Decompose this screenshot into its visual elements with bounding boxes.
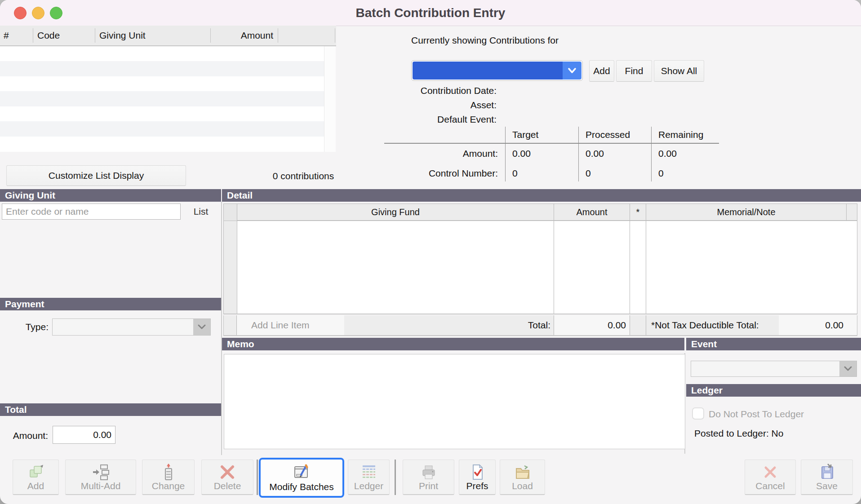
column-header-star[interactable]: * — [630, 204, 646, 221]
add-icon — [27, 463, 45, 483]
chevron-down-icon[interactable] — [839, 361, 857, 376]
ntd-total-label: *Not Tax Deductible Total: — [651, 320, 759, 331]
column-divider[interactable] — [210, 28, 211, 43]
summary-divider — [505, 127, 506, 181]
detail-column-divider — [236, 315, 237, 335]
prefs-button[interactable]: Prefs — [459, 460, 496, 495]
detail-table-body[interactable] — [223, 221, 857, 314]
title-bar: Batch Contribution Entry — [0, 0, 861, 26]
minimize-window-icon[interactable] — [32, 7, 44, 19]
modify-batches-button[interactable]: Modify Batches — [259, 458, 344, 498]
detail-gutter-header — [224, 204, 237, 221]
giving-unit-search-input[interactable] — [2, 203, 181, 220]
memo-textarea[interactable] — [224, 354, 685, 449]
detail-total-label: Total: — [461, 320, 550, 331]
chevron-down-icon[interactable] — [193, 319, 210, 335]
detail-gutter — [224, 221, 237, 314]
multi-add-icon — [92, 463, 110, 483]
detail-column-divider — [646, 315, 646, 335]
change-icon — [160, 463, 178, 483]
payment-type-select[interactable] — [52, 318, 211, 336]
cancel-button[interactable]: Cancel — [745, 460, 796, 495]
show-all-button[interactable]: Show All — [654, 60, 704, 82]
prefs-document-icon — [468, 463, 486, 483]
ledger-icon — [360, 463, 378, 483]
delete-x-icon — [218, 463, 236, 483]
detail-column-divider — [646, 221, 646, 314]
detail-total-row: Add Line Item Total: 0.00 *Not Tax Deduc… — [223, 315, 857, 336]
detail-section-header: Detail — [222, 189, 861, 202]
event-select[interactable] — [691, 361, 857, 377]
find-batch-button[interactable]: Find — [616, 60, 652, 82]
column-header-giving-unit[interactable]: Giving Unit — [99, 26, 146, 45]
column-divider[interactable] — [278, 28, 278, 43]
delete-button[interactable]: Delete — [201, 460, 253, 495]
list-button[interactable]: List — [181, 203, 221, 220]
summary-divider — [578, 127, 579, 181]
event-section-header: Event — [686, 338, 861, 350]
chevron-down-icon[interactable] — [563, 62, 581, 80]
batch-contribution-entry-window: Batch Contribution Entry # Code Giving U… — [0, 0, 861, 504]
save-floppy-icon — [818, 463, 836, 483]
print-button[interactable]: Print — [403, 460, 454, 495]
total-amount-input[interactable] — [53, 426, 115, 444]
memo-section-header: Memo — [222, 338, 684, 350]
multi-add-button[interactable]: Multi-Add — [65, 460, 136, 495]
contribution-date-label: Contribution Date: — [384, 85, 497, 96]
summary-col-processed: Processed — [586, 129, 630, 140]
total-amount-label: Amount: — [3, 430, 48, 441]
column-divider[interactable] — [95, 28, 95, 43]
payment-type-label: Type: — [4, 322, 49, 332]
ntd-total-value: 0.00 — [776, 320, 843, 331]
zoom-window-icon[interactable] — [50, 7, 62, 19]
detail-column-divider — [630, 221, 630, 314]
add-batch-button[interactable]: Add — [589, 60, 614, 82]
save-button[interactable]: Save — [801, 460, 853, 495]
do-not-post-checkbox[interactable] — [692, 407, 704, 420]
change-button[interactable]: Change — [142, 460, 195, 495]
contribution-list-body[interactable] — [0, 46, 324, 152]
detail-table-header: Giving Fund Amount * Memorial/Note — [223, 203, 857, 221]
summary-control-remaining: 0 — [658, 168, 664, 179]
column-divider[interactable] — [33, 28, 33, 43]
column-header-memorial-note[interactable]: Memorial/Note — [646, 204, 846, 221]
summary-divider — [651, 127, 652, 181]
summary-amount-label: Amount: — [386, 148, 498, 159]
contribution-count: 0 contributions — [245, 171, 362, 181]
column-header-amount[interactable]: Amount — [210, 26, 273, 45]
payment-section-header: Payment — [0, 298, 221, 310]
add-button[interactable]: Add — [13, 460, 59, 495]
column-divider — [335, 28, 335, 43]
contribution-list-header: # Code Giving Unit Amount — [0, 26, 336, 46]
add-line-item-button[interactable]: Add Line Item — [251, 320, 310, 331]
asset-label: Asset: — [384, 100, 497, 111]
summary-col-remaining: Remaining — [658, 129, 703, 140]
ledger-button[interactable]: Ledger — [348, 460, 390, 495]
folder-icon — [514, 463, 532, 483]
column-header-number[interactable]: # — [4, 26, 9, 45]
close-window-icon[interactable] — [14, 7, 27, 19]
load-button[interactable]: Load — [500, 460, 545, 495]
window-title: Batch Contribution Entry — [356, 6, 506, 20]
modify-batches-icon — [292, 463, 311, 483]
summary-col-target: Target — [512, 129, 538, 140]
summary-control-label: Control Number: — [386, 168, 498, 179]
ledger-section-header: Ledger — [686, 384, 861, 397]
column-header-code[interactable]: Code — [37, 26, 60, 45]
summary-control-processed: 0 — [586, 168, 591, 179]
printer-icon — [420, 463, 438, 483]
posted-to-ledger-status: Posted to Ledger: No — [694, 428, 783, 439]
detail-column-divider — [554, 315, 554, 335]
contribution-list-scrollbar[interactable] — [324, 46, 336, 152]
giving-unit-section-header: Giving Unit — [0, 189, 221, 202]
detail-column-divider — [630, 315, 630, 335]
detail-total-value: 0.00 — [559, 320, 626, 331]
column-header-detail-amount[interactable]: Amount — [554, 204, 630, 221]
customize-list-display-button[interactable]: Customize List Display — [6, 165, 186, 186]
column-header-giving-fund[interactable]: Giving Fund — [237, 204, 554, 221]
detail-column-divider — [554, 221, 554, 314]
batch-select[interactable] — [411, 60, 583, 81]
do-not-post-label: Do Not Post To Ledger — [709, 409, 804, 420]
default-event-label: Default Event: — [384, 114, 497, 125]
toolbar-separator — [395, 460, 396, 495]
